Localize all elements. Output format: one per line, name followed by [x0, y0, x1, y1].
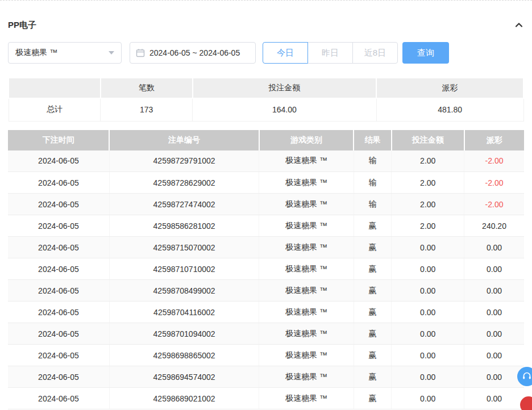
- cell-bet-amount: 0.00: [392, 323, 464, 345]
- cell-result: 输: [354, 150, 392, 172]
- collapse-chevron-up-icon[interactable]: [514, 20, 524, 30]
- cell-result: 赢: [354, 388, 392, 409]
- cell-order-id: 42598704116002: [109, 302, 259, 323]
- cell-bet-time: 2024-06-05: [8, 237, 109, 258]
- table-row: 2024-06-05 42598710710002 极速糖果 ™ 赢 0.00 …: [8, 258, 524, 280]
- cell-bet-time: 2024-06-05: [8, 258, 109, 280]
- cell-bet-time: 2024-06-05: [8, 388, 109, 409]
- table-row: 2024-06-05 42598715070002 极速糖果 ™ 赢 0.00 …: [8, 237, 524, 258]
- cell-bet-amount: 2.00: [392, 194, 464, 215]
- cell-payout: 0.00: [464, 366, 524, 388]
- cell-payout: -2.00: [464, 172, 524, 194]
- cell-result: 赢: [354, 323, 392, 345]
- header-result: 结果: [354, 130, 392, 150]
- summary-total-payout: 481.80: [376, 98, 523, 121]
- cell-payout: 0.00: [464, 258, 524, 280]
- cell-result: 赢: [354, 345, 392, 366]
- cell-payout: 240.20: [464, 215, 524, 237]
- quick-button-yesterday[interactable]: 昨日: [307, 42, 353, 64]
- cell-bet-amount: 0.00: [392, 237, 464, 258]
- cell-game-type: 极速糖果 ™: [259, 258, 354, 280]
- header-bet-time: 下注时间: [8, 130, 109, 150]
- cell-bet-amount: 0.00: [392, 258, 464, 280]
- cell-order-id: 42598701094002: [109, 323, 259, 345]
- customer-service-float-button[interactable]: [517, 367, 532, 386]
- cell-result: 赢: [354, 302, 392, 323]
- cell-order-id: 42598715070002: [109, 237, 259, 258]
- cell-order-id: 42598729791002: [109, 150, 259, 172]
- caret-down-icon: [109, 51, 114, 55]
- cell-bet-time: 2024-06-05: [8, 366, 109, 388]
- cell-game-type: 极速糖果 ™: [259, 215, 354, 237]
- cell-bet-time: 2024-06-05: [8, 215, 109, 237]
- table-row: 2024-06-05 42598694574002 极速糖果 ™ 赢 0.00 …: [8, 366, 524, 388]
- table-row: 2024-06-05 42598701094002 极速糖果 ™ 赢 0.00 …: [8, 323, 524, 345]
- filter-bar: 极速糖果 ™ 2024-06-05 ~ 2024-06-05 今日 昨日 近8日…: [8, 42, 524, 64]
- cell-bet-time: 2024-06-05: [8, 323, 109, 345]
- summary-total-row: 总计 173 164.00 481.80: [9, 98, 523, 121]
- cell-order-id: 42598694574002: [109, 366, 259, 388]
- table-row: 2024-06-05 42598586281002 极速糖果 ™ 赢 2.00 …: [8, 215, 524, 237]
- panel-header: PP电子: [8, 15, 524, 35]
- summary-header-row: 笔数 投注金额 派彩: [9, 78, 523, 98]
- cell-payout: 0.00: [464, 237, 524, 258]
- cell-bet-amount: 0.00: [392, 345, 464, 366]
- cell-bet-amount: 0.00: [392, 388, 464, 409]
- cell-payout: 0.00: [464, 323, 524, 345]
- date-range-input[interactable]: 2024-06-05 ~ 2024-06-05: [130, 42, 256, 64]
- summary-table: 笔数 投注金额 派彩 总计 173 164.00 481.80: [8, 77, 524, 122]
- date-range-value: 2024-06-05 ~ 2024-06-05: [149, 48, 240, 57]
- calendar-icon: [136, 48, 145, 57]
- game-select[interactable]: 极速糖果 ™: [8, 42, 122, 64]
- cell-bet-time: 2024-06-05: [8, 345, 109, 366]
- cell-payout: 0.00: [464, 280, 524, 302]
- quick-date-button-group: 今日 昨日 近8日: [263, 42, 398, 64]
- cell-game-type: 极速糖果 ™: [259, 172, 354, 194]
- search-button[interactable]: 查询: [402, 42, 449, 64]
- cell-order-id: 42598698865002: [109, 345, 259, 366]
- cell-bet-amount: 0.00: [392, 366, 464, 388]
- quick-button-today[interactable]: 今日: [263, 42, 308, 64]
- table-row: 2024-06-05 42598689021002 极速糖果 ™ 赢 0.00 …: [8, 388, 524, 409]
- header-game-type: 游戏类别: [259, 130, 354, 150]
- cell-payout: -2.00: [464, 150, 524, 172]
- summary-header-empty: [9, 78, 101, 98]
- cell-order-id: 42598727474002: [109, 194, 259, 215]
- bet-table-header-row: 下注时间 注单编号 游戏类别 结果 投注金额 派彩: [8, 130, 524, 150]
- cell-game-type: 极速糖果 ™: [259, 280, 354, 302]
- summary-header-count: 笔数: [101, 78, 193, 98]
- cell-result: 赢: [354, 280, 392, 302]
- table-row: 2024-06-05 42598704116002 极速糖果 ™ 赢 0.00 …: [8, 302, 524, 323]
- table-row: 2024-06-05 42598727474002 极速糖果 ™ 输 2.00 …: [8, 194, 524, 215]
- cell-bet-amount: 2.00: [392, 215, 464, 237]
- cell-result: 赢: [354, 258, 392, 280]
- cell-game-type: 极速糖果 ™: [259, 345, 354, 366]
- table-row: 2024-06-05 42598729791002 极速糖果 ™ 输 2.00 …: [8, 150, 524, 172]
- cell-game-type: 极速糖果 ™: [259, 323, 354, 345]
- summary-total-label: 总计: [9, 98, 101, 121]
- page-title: PP电子: [8, 20, 36, 31]
- cell-order-id: 42598689021002: [109, 388, 259, 409]
- header-order-id: 注单编号: [109, 130, 259, 150]
- cell-bet-time: 2024-06-05: [8, 194, 109, 215]
- header-payout: 派彩: [464, 130, 524, 150]
- cell-game-type: 极速糖果 ™: [259, 237, 354, 258]
- table-row: 2024-06-05 42598698865002 极速糖果 ™ 赢 0.00 …: [8, 345, 524, 366]
- summary-header-bet-amount: 投注金额: [193, 78, 377, 98]
- cell-bet-time: 2024-06-05: [8, 150, 109, 172]
- cell-bet-time: 2024-06-05: [8, 280, 109, 302]
- cell-game-type: 极速糖果 ™: [259, 388, 354, 409]
- header-bet-amount: 投注金额: [392, 130, 464, 150]
- cell-bet-time: 2024-06-05: [8, 172, 109, 194]
- bet-records-table: 下注时间 注单编号 游戏类别 结果 投注金额 派彩 2024-06-05 425…: [8, 130, 524, 410]
- cell-result: 赢: [354, 215, 392, 237]
- cell-bet-amount: 0.00: [392, 302, 464, 323]
- cell-game-type: 极速糖果 ™: [259, 150, 354, 172]
- summary-total-bet-amount: 164.00: [193, 98, 377, 121]
- cell-game-type: 极速糖果 ™: [259, 194, 354, 215]
- cell-bet-amount: 2.00: [392, 150, 464, 172]
- cell-payout: -2.00: [464, 194, 524, 215]
- table-row: 2024-06-05 42598708499002 极速糖果 ™ 赢 0.00 …: [8, 280, 524, 302]
- summary-total-count: 173: [101, 98, 193, 121]
- quick-button-last-8-days[interactable]: 近8日: [352, 42, 398, 64]
